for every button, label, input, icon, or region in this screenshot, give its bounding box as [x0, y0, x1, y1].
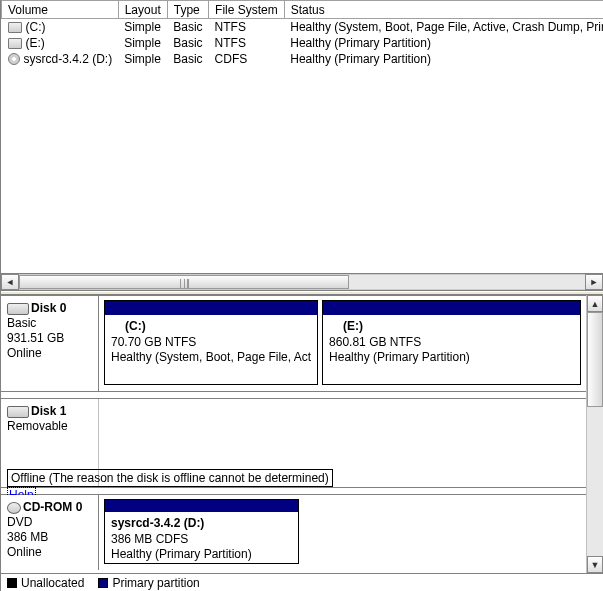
partition-header-bar — [105, 301, 317, 315]
disk-title: CD-ROM 0 — [23, 500, 82, 514]
removable-disk-icon — [7, 406, 29, 418]
disk-body: (C:) 70.70 GB NTFS Healthy (System, Boot… — [99, 296, 586, 391]
volume-fs: NTFS — [209, 35, 285, 51]
volume-name: (C:) — [26, 20, 46, 34]
disk-label: Disk 0 Basic 931.51 GB Online — [1, 296, 99, 391]
volume-layout: Simple — [118, 51, 167, 67]
partition-e[interactable]: (E:) 860.81 GB NTFS Healthy (Primary Par… — [322, 300, 581, 385]
column-header-layout[interactable]: Layout — [118, 1, 167, 19]
drive-icon — [8, 38, 22, 49]
partition-d[interactable]: sysrcd-3.4.2 (D:) 386 MB CDFS Healthy (P… — [104, 499, 299, 564]
disk-block-1[interactable]: Disk 1 Removable Offline (The reason the… — [1, 398, 586, 488]
partition-c[interactable]: (C:) 70.70 GB NTFS Healthy (System, Boot… — [104, 300, 318, 385]
hard-disk-icon — [7, 303, 29, 315]
volume-fs: CDFS — [209, 51, 285, 67]
scroll-thumb[interactable] — [587, 312, 603, 407]
disk-size: 931.51 GB — [7, 331, 64, 345]
partition-title: (C:) — [111, 319, 311, 335]
disk-state: Online — [7, 346, 42, 360]
legend-swatch-unallocated — [7, 578, 17, 588]
horizontal-scrollbar[interactable]: ◄ ► — [1, 273, 603, 291]
partition-status: Healthy (Primary Partition) — [111, 547, 292, 563]
volume-row[interactable]: sysrcd-3.4.2 (D:)SimpleBasicCDFSHealthy … — [2, 51, 604, 67]
partition-status: Healthy (System, Boot, Page File, Act — [111, 350, 311, 366]
volume-status: Healthy (System, Boot, Page File, Active… — [284, 19, 603, 35]
legend-swatch-primary — [98, 578, 108, 588]
disk-state: Online — [7, 545, 42, 559]
volume-status: Healthy (Primary Partition) — [284, 35, 603, 51]
partition-header-bar — [323, 301, 580, 315]
scroll-up-button[interactable]: ▲ — [587, 295, 603, 312]
legend-label-unallocated: Unallocated — [21, 576, 84, 590]
legend-bar: Unallocated Primary partition — [1, 573, 603, 591]
volume-fs: NTFS — [209, 19, 285, 35]
volume-table: Volume Layout Type File System Status (C… — [1, 0, 603, 67]
partition-status: Healthy (Primary Partition) — [329, 350, 574, 366]
disk-block-0[interactable]: Disk 0 Basic 931.51 GB Online (C:) 70.70… — [1, 295, 586, 392]
volume-layout: Simple — [118, 35, 167, 51]
disc-icon — [8, 53, 20, 65]
volume-type: Basic — [167, 35, 208, 51]
scroll-right-button[interactable]: ► — [585, 274, 603, 290]
partition-size: 860.81 GB NTFS — [329, 335, 574, 351]
column-header-filesystem[interactable]: File System — [209, 1, 285, 19]
scroll-track[interactable] — [587, 312, 603, 556]
volume-row[interactable]: (E:)SimpleBasicNTFSHealthy (Primary Part… — [2, 35, 604, 51]
scroll-down-button[interactable]: ▼ — [587, 556, 603, 573]
disk-label: CD-ROM 0 DVD 386 MB Online — [1, 495, 99, 570]
disk-size: 386 MB — [7, 530, 48, 544]
volume-status: Healthy (Primary Partition) — [284, 51, 603, 67]
disk-title: Disk 0 — [31, 301, 66, 315]
offline-message: Offline (The reason the disk is offline … — [7, 469, 333, 487]
column-header-volume[interactable]: Volume — [2, 1, 119, 19]
column-header-type[interactable]: Type — [167, 1, 208, 19]
partition-size: 386 MB CDFS — [111, 532, 292, 548]
drive-icon — [8, 22, 22, 33]
offline-text: Offline (The reason the disk is offline … — [11, 471, 329, 485]
disk-block-cdrom[interactable]: CD-ROM 0 DVD 386 MB Online sysrcd-3.4.2 … — [1, 494, 586, 570]
scroll-left-button[interactable]: ◄ — [1, 274, 19, 290]
volume-table-header-row: Volume Layout Type File System Status — [2, 1, 604, 19]
volume-type: Basic — [167, 51, 208, 67]
partition-title: (E:) — [329, 319, 574, 335]
disk-list: Disk 0 Basic 931.51 GB Online (C:) 70.70… — [1, 295, 586, 573]
vertical-scrollbar[interactable]: ▲ ▼ — [586, 295, 603, 573]
disk-type: Basic — [7, 316, 36, 330]
volume-list-pane: Volume Layout Type File System Status (C… — [1, 0, 603, 273]
scroll-track[interactable] — [19, 274, 585, 290]
legend-label-primary: Primary partition — [112, 576, 199, 590]
disk-management-window: Volume Layout Type File System Status (C… — [0, 0, 603, 591]
volume-name: sysrcd-3.4.2 (D:) — [24, 52, 113, 66]
optical-drive-icon — [7, 502, 21, 514]
disk-type: DVD — [7, 515, 32, 529]
volume-layout: Simple — [118, 19, 167, 35]
volume-type: Basic — [167, 19, 208, 35]
volume-row[interactable]: (C:)SimpleBasicNTFSHealthy (System, Boot… — [2, 19, 604, 35]
scroll-thumb[interactable] — [19, 275, 349, 289]
disk-title: Disk 1 — [31, 404, 66, 418]
disk-map-pane: Disk 0 Basic 931.51 GB Online (C:) 70.70… — [1, 295, 603, 573]
column-header-status[interactable]: Status — [284, 1, 603, 19]
disk-body: sysrcd-3.4.2 (D:) 386 MB CDFS Healthy (P… — [99, 495, 586, 570]
partition-title: sysrcd-3.4.2 (D:) — [111, 516, 292, 532]
partition-size: 70.70 GB NTFS — [111, 335, 311, 351]
volume-name: (E:) — [26, 36, 45, 50]
disk-type: Removable — [7, 419, 68, 433]
